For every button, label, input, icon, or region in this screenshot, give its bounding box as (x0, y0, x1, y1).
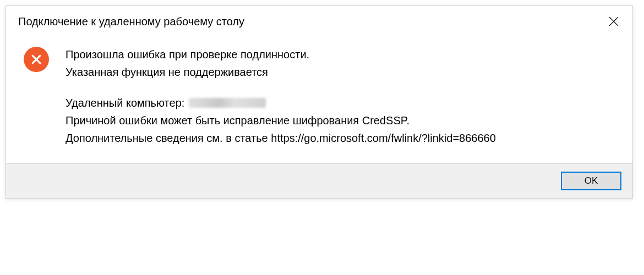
remote-computer-line: Удаленный компьютер: (66, 94, 496, 112)
message-block: Произошла ошибка при проверке подлинност… (66, 46, 496, 147)
close-icon (609, 16, 619, 26)
titlebar: Подключение к удаленному рабочему столу (6, 6, 632, 35)
error-icon (24, 47, 49, 72)
error-dialog: Подключение к удаленному рабочему столу … (6, 6, 633, 199)
dialog-title: Подключение к удаленному рабочему столу (18, 15, 244, 28)
error-cause-line: Причиной ошибки может быть исправление ш… (66, 112, 496, 129)
more-info-line: Дополнительные сведения см. в статье htt… (66, 129, 496, 147)
remote-computer-label: Удаленный компьютер: (66, 94, 184, 112)
error-line-1: Произошла ошибка при проверке подлинност… (66, 46, 496, 63)
ok-button[interactable]: OK (561, 172, 621, 190)
error-line-2: Указанная функция не поддерживается (66, 63, 496, 81)
button-bar: OK (6, 163, 632, 198)
close-button[interactable] (606, 14, 621, 29)
remote-computer-value-redacted (189, 98, 266, 108)
dialog-body: Произошла ошибка при проверке подлинност… (6, 35, 632, 163)
